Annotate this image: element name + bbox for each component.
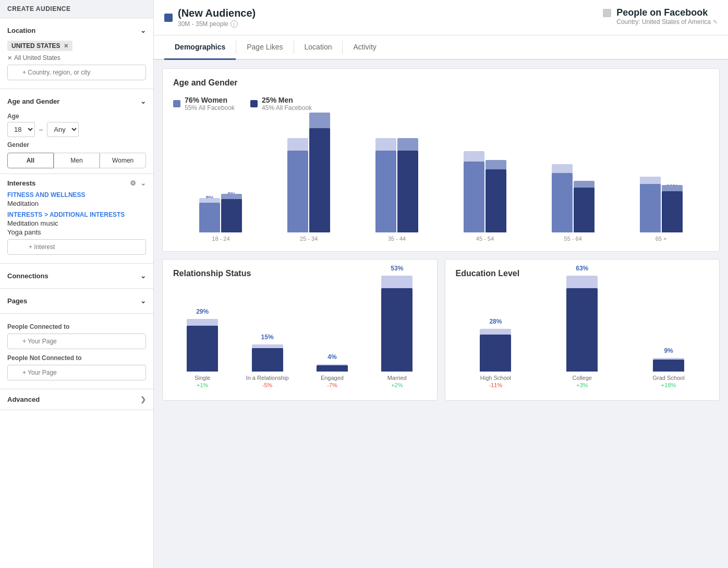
age-to-select[interactable]: Any65+ [47,122,79,137]
gender-row: All Men Women [7,153,146,168]
age-group: 22% 28% 25 - 34 [266,120,351,242]
interests-section: Interests ⚙ ⌄ FITNESS AND WELLNESS Medit… [0,174,153,264]
age-group: 16% 12% 55 - 64 [530,165,615,242]
gender-women-btn[interactable]: Women [100,153,146,168]
connected-input[interactable] [7,334,146,349]
pages-header[interactable]: Pages ⌄ [7,294,146,308]
not-connected-input-wrapper: 🔍 [7,365,146,380]
age-group: 19% 17% 45 - 54 [442,154,527,242]
interest-item-3: Yoga pants [7,228,146,236]
gender-sublabel: Gender [7,141,146,149]
not-connected-input[interactable] [7,365,146,380]
interest-input-wrapper: 🔍 [7,239,146,255]
connected-input-wrapper: 🔍 [7,334,146,349]
advanced-section[interactable]: Advanced ❯ [0,389,153,410]
tab-location[interactable]: Location [294,35,343,60]
age-group: 13% 11% 65 + [618,176,703,242]
info-icon[interactable]: i [230,20,238,28]
location-label: Location [7,27,35,34]
interests-icons: ⚙ ⌄ [130,179,146,187]
edit-icon[interactable]: ✎ [713,19,718,26]
age-gender-header[interactable]: Age and Gender ⌄ [7,94,146,108]
remove-location-icon[interactable]: ✕ [64,43,68,50]
connections-label: Connections [7,272,48,280]
pages-chevron: ⌄ [140,297,146,305]
connections-chevron: ⌄ [140,272,146,280]
age-gender-bars: 8% 9% 18 - 2422% 28% 25 - 3422% 22% 35 -… [173,117,709,242]
connections-header[interactable]: Connections ⌄ [7,269,146,283]
connected-label: People Connected to [7,323,146,330]
relationship-chart: Relationship Status 29% Single +1% 15% I… [162,259,438,401]
audience-name: (New Audience) [178,7,256,19]
audience-size: 30M - 35M people i [178,20,256,28]
age-from-select[interactable]: 182125 [7,122,35,137]
interests-header: Interests ⚙ ⌄ [7,179,146,187]
age-gender-chevron: ⌄ [140,97,146,105]
education-chart: Education Level 28% High School -11% 63%… [445,259,720,401]
gender-men-btn[interactable]: Men [54,153,100,168]
interests-arrow: > [44,211,50,218]
pages-label: Pages [7,297,27,305]
gender-all-btn[interactable]: All [7,153,54,168]
interest-item-1: Meditation [7,200,146,207]
rel-bar-group: 53% Married +2% [368,265,426,388]
age-group: 8% 9% 18 - 24 [178,191,263,242]
create-audience-title: CREATE AUDIENCE [0,0,153,18]
age-gender-section: Age and Gender ⌄ Age 182125 – Any65+ Gen… [0,89,153,174]
main-content: (New Audience) 30M - 35M people i People… [154,0,728,568]
interests-chevron[interactable]: ⌄ [140,179,146,187]
tab-activity[interactable]: Activity [343,35,386,60]
location-sub: ✕ All United States [7,54,146,61]
women-lbl: Women [201,96,227,104]
age-group: 22% 22% 35 - 44 [355,143,440,242]
bottom-charts-row: Relationship Status 29% Single +1% 15% I… [162,259,720,401]
fb-audience-title: People on Facebook [616,7,718,18]
interests-cat2-part2: ADDITIONAL INTERESTS [50,211,125,218]
interest-item-2: Meditation music [7,219,146,227]
tab-page-likes[interactable]: Page Likes [236,35,293,60]
fb-audience-country: Country: United States of America ✎ [616,18,718,26]
edu-bar-group: 63% College +3% [542,265,622,388]
location-chevron: ⌄ [140,27,146,34]
education-bars: 28% High School -11% 63% College +3% 9% … [456,287,709,391]
location-header[interactable]: Location ⌄ [7,23,146,38]
advanced-label: Advanced [7,396,40,403]
location-input-wrapper: 🔍 [7,65,146,80]
audience-header: (New Audience) 30M - 35M people i People… [154,0,728,35]
age-dash: – [39,126,43,133]
audience-name-block: (New Audience) 30M - 35M people i [164,7,256,28]
gear-icon[interactable]: ⚙ [130,179,136,187]
women-legend: 76% Women 55% All Facebook [173,96,235,112]
men-sub: 45% All Facebook [262,104,312,112]
pages-section: Pages ⌄ [0,289,153,314]
women-sub: 55% All Facebook [185,104,235,112]
interests-cat2-part1: INTERESTS [7,211,42,218]
women-pct: 76% [185,96,199,104]
tab-demographics[interactable]: Demographics [164,35,236,60]
interests-category2: INTERESTS > ADDITIONAL INTERESTS [7,211,146,218]
rel-bar-group: 29% Single +1% [173,308,232,388]
not-connected-label: People Not Connected to [7,354,146,362]
connections-section: Connections ⌄ [0,264,153,289]
rel-bar-group: 15% In a Relationship -5% [238,334,296,388]
men-pct: 25% [262,96,276,104]
age-gender-label: Age and Gender [7,97,59,105]
charts-area: Age and Gender 76% Women 55% All Faceboo… [154,60,728,409]
women-color [173,100,180,107]
age-gender-chart-section: Age and Gender 76% Women 55% All Faceboo… [162,68,720,252]
rel-bar-group: 4% Engaged -7% [303,353,361,388]
connected-section: People Connected to 🔍 People Not Connect… [0,314,153,389]
location-x-icon[interactable]: ✕ [7,55,12,61]
age-row: 182125 – Any65+ [7,122,146,137]
location-section: Location ⌄ UNITED STATES ✕ ✕ All United … [0,18,153,89]
fb-color-swatch [603,9,611,17]
location-input[interactable] [7,65,146,80]
age-sublabel: Age [7,113,146,120]
advanced-arrow-icon: ❯ [140,396,146,403]
interest-input[interactable] [7,239,146,255]
edu-bar-group: 28% High School -11% [456,318,536,388]
men-color [250,100,258,107]
interests-label: Interests [7,179,35,187]
facebook-audience-block: People on Facebook Country: United State… [603,7,718,26]
audience-color-swatch [164,14,173,22]
